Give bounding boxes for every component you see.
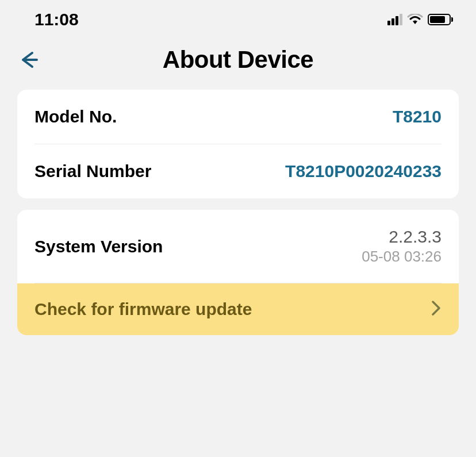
check-firmware-update-button[interactable]: Check for firmware update: [17, 283, 459, 335]
model-label: Model No.: [34, 107, 117, 126]
cellular-signal-icon: [387, 14, 402, 25]
wifi-icon: [407, 14, 423, 25]
page-header: About Device: [0, 34, 476, 90]
status-bar: 11:08: [0, 0, 476, 34]
system-version-row: System Version 2.2.3.3 05-08 03:26: [17, 210, 459, 283]
serial-label: Serial Number: [34, 162, 151, 181]
battery-icon: [428, 14, 453, 25]
system-version-label: System Version: [34, 237, 163, 256]
check-firmware-update-label: Check for firmware update: [34, 299, 252, 319]
device-info-card: Model No. T8210 Serial Number T8210P0020…: [17, 90, 459, 198]
system-card: System Version 2.2.3.3 05-08 03:26 Check…: [17, 210, 459, 335]
arrow-left-icon: [17, 48, 40, 71]
serial-value: T8210P0020240233: [285, 162, 442, 181]
system-version-date: 05-08 03:26: [362, 248, 442, 266]
chevron-right-icon: [431, 299, 442, 319]
system-version-value: 2.2.3.3: [389, 227, 442, 247]
serial-row: Serial Number T8210P0020240233: [17, 144, 459, 198]
model-row: Model No. T8210: [17, 90, 459, 144]
model-value: T8210: [393, 107, 442, 126]
back-button[interactable]: [17, 48, 40, 71]
status-icons: [387, 14, 453, 25]
page-title: About Device: [17, 46, 459, 74]
system-version-value-stack: 2.2.3.3 05-08 03:26: [362, 227, 442, 266]
status-time: 11:08: [34, 10, 79, 29]
